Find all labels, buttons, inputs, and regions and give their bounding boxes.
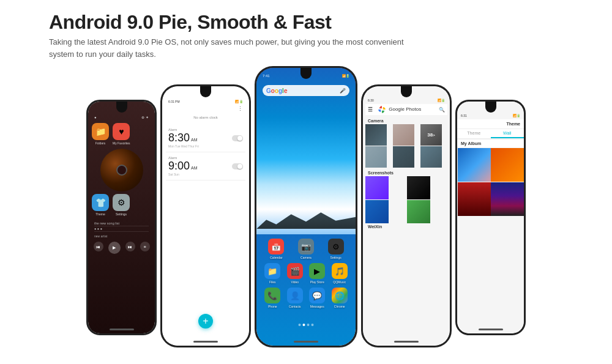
- qqmusic-app[interactable]: 🎵 QQMusic: [332, 263, 348, 284]
- files-label: Files: [269, 280, 276, 284]
- messages-icon: 💬: [309, 288, 325, 303]
- album-photo-canyon[interactable]: [491, 148, 524, 182]
- prev-button[interactable]: ⏮: [94, 242, 103, 251]
- contacts-app[interactable]: 👤 Contacts: [287, 288, 303, 308]
- song-list: the new song list ● ● ●: [92, 220, 151, 233]
- album-label: My Album: [457, 139, 524, 147]
- next-button[interactable]: ⏭: [125, 242, 135, 251]
- screenshot-2[interactable]: [407, 176, 430, 199]
- artist-label: new artist: [92, 233, 151, 239]
- folders-icon-item: 📁 Folders: [92, 123, 109, 145]
- add-alarm-button[interactable]: +: [198, 314, 213, 329]
- screenshot-4[interactable]: [407, 200, 430, 223]
- phone3-notch: [300, 68, 312, 79]
- google-photos-logo: Google Photos: [378, 105, 421, 114]
- phone4-home-bar: [394, 341, 419, 343]
- photos-topbar: ☰ Google Photos 🔍: [365, 104, 447, 115]
- phone1-statusbar: ● ⊕ ✦: [92, 115, 151, 119]
- photo-count[interactable]: 38 >: [420, 124, 442, 146]
- playstore-app[interactable]: ▶ Play Store: [309, 263, 325, 284]
- alarm-row-2[interactable]: Alarm 9:00 AM Sat Sun: [166, 152, 245, 180]
- alarm-menu-icon[interactable]: ⋮: [237, 106, 243, 112]
- messages-app[interactable]: 💬 Messages: [309, 288, 325, 308]
- mic-icon[interactable]: 🎤: [340, 88, 346, 94]
- dot-2: [303, 324, 305, 326]
- album-photo-red[interactable]: [458, 182, 495, 216]
- alarm-row-1[interactable]: Alarm 8:30 AM Mon Tue Wed Thur Fri: [166, 124, 245, 152]
- theme-topbar: Theme: [457, 119, 524, 129]
- settings-label: Settings: [116, 212, 127, 216]
- alarm2-toggle[interactable]: [232, 163, 243, 169]
- settings-icon-item: ⚙ Settings: [113, 194, 130, 216]
- alarm2-time: 9:00: [168, 160, 190, 173]
- alarm1-time: 8:30: [168, 132, 190, 144]
- alarm2-info: Alarm 9:00 AM Sat Sun: [168, 156, 198, 176]
- chrome-app[interactable]: 🌐 Chrome: [332, 288, 348, 308]
- settings-app-icon: ⚙: [328, 239, 344, 254]
- hamburger-icon[interactable]: ☰: [368, 106, 373, 113]
- photo-count-number: 38: [427, 132, 433, 138]
- alarm1-info: Alarm 8:30 AM Mon Tue Wed Thur Fri: [168, 128, 199, 148]
- search-bar[interactable]: Google 🎤: [263, 85, 349, 96]
- files-app[interactable]: 📁 Files: [264, 263, 280, 284]
- phone2-screen: 6:31 PM 📶 🔋 ⋮ No alarm clock Alarm 8:30 …: [162, 86, 249, 346]
- settings-app[interactable]: ⚙ Settings: [328, 239, 344, 259]
- tab-wallpaper[interactable]: Wall: [491, 129, 524, 138]
- play-button[interactable]: ▶: [108, 242, 121, 254]
- vinyl-disc: [100, 149, 143, 191]
- calendar-icon: 📅: [268, 239, 284, 254]
- alarm1-toggle-dot: [237, 136, 242, 141]
- photo-keyboard[interactable]: [365, 124, 387, 146]
- phone3-screen: 7:41 📶🔋 Google 🎤 📅 Calendar: [256, 68, 356, 346]
- photos-search-icon[interactable]: 🔍: [439, 107, 445, 113]
- screenshot-1[interactable]: [365, 176, 389, 199]
- favorites-icon[interactable]: ♥: [113, 123, 130, 140]
- dot-3: [307, 324, 310, 326]
- photo-computer[interactable]: [420, 146, 442, 168]
- camera-icon: 📷: [298, 239, 314, 254]
- theme-icon[interactable]: 👕: [92, 194, 109, 211]
- phone1-bottom-icons: 👕 Theme ⚙ Settings: [92, 194, 151, 216]
- app-grid: 📅 Calendar 📷 Camera ⚙ Settings: [256, 239, 356, 312]
- alarm2-toggle-dot: [237, 164, 242, 169]
- phone-app[interactable]: 📞 Phone: [264, 288, 280, 308]
- messages-label: Messages: [310, 305, 324, 308]
- phone-icon: 📞: [264, 288, 280, 303]
- contacts-icon: 👤: [287, 288, 303, 303]
- phone-theme: 6:31 📶🔋 Theme Theme Wall My Album: [455, 100, 526, 335]
- album-photo-galaxy[interactable]: [491, 182, 524, 216]
- qqmusic-icon: 🎵: [332, 263, 348, 279]
- alarm2-days: Sat Sun: [168, 173, 198, 176]
- folders-icon[interactable]: 📁: [92, 123, 109, 140]
- calendar-app[interactable]: 📅 Calendar: [268, 239, 284, 259]
- screenshots-label: Screenshots: [365, 169, 447, 176]
- photo-room[interactable]: [393, 124, 414, 146]
- video-app[interactable]: 🎬 Video: [287, 263, 303, 284]
- folders-label: Folders: [95, 141, 106, 145]
- screenshot-3[interactable]: [365, 200, 389, 223]
- camera-app[interactable]: 📷 Camera: [298, 239, 314, 259]
- camera-photo-grid: 38 >: [365, 124, 447, 168]
- phone2-notch: [200, 86, 211, 97]
- phone2-home-bar: [193, 341, 218, 343]
- files-icon: 📁: [264, 263, 280, 279]
- phone-music: ● ⊕ ✦ 📁 Folders ♥ My Favorites: [86, 100, 157, 335]
- settings-icon[interactable]: ⚙: [113, 194, 130, 211]
- phone1-screen: ● ⊕ ✦ 📁 Folders ♥ My Favorites: [88, 102, 155, 333]
- photo-keyboard2[interactable]: [393, 146, 414, 168]
- album-photo-city[interactable]: [458, 148, 495, 182]
- photo-office[interactable]: [365, 146, 387, 168]
- tab-theme[interactable]: Theme: [457, 129, 491, 138]
- google-g-logo: Google: [266, 87, 287, 94]
- playstore-icon: ▶: [309, 263, 325, 279]
- phone3-home-bar: [294, 341, 318, 343]
- phone1-app-icons: 📁 Folders ♥ My Favorites: [92, 123, 151, 145]
- app-row-2: 📁 Files 🎬 Video ▶ Play Store 🎵: [261, 263, 351, 284]
- chrome-label: Chrome: [334, 305, 345, 308]
- phone-alarm: 6:31 PM 📶 🔋 ⋮ No alarm clock Alarm 8:30 …: [160, 84, 251, 347]
- alarm1-toggle[interactable]: [232, 135, 243, 141]
- favorites-icon-item: ♥ My Favorites: [113, 123, 130, 145]
- contacts-label: Contacts: [289, 305, 301, 308]
- list-button[interactable]: ≡: [140, 242, 150, 251]
- phone1-content: ● ⊕ ✦ 📁 Folders ♥ My Favorites: [88, 102, 155, 333]
